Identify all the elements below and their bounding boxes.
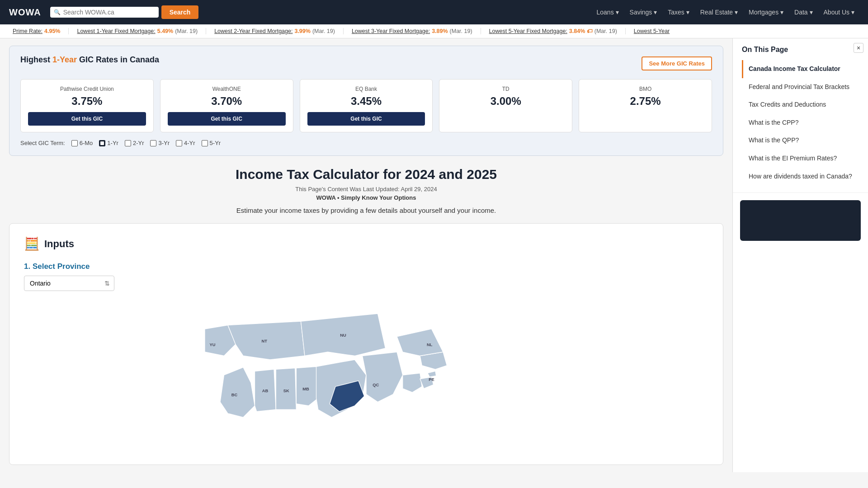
gic-term-label-0: 6-Mo <box>80 140 93 146</box>
gic-title: Highest 1-Year GIC Rates in Canada <box>20 55 159 65</box>
gic-card-name-4: BMO <box>586 86 704 92</box>
gic-card-name-2: EQ Bank <box>307 86 425 92</box>
search-button[interactable]: Search <box>161 5 199 19</box>
gic-get-button-1[interactable]: Get this GIC <box>168 112 286 126</box>
see-more-gic-button[interactable]: See More GIC Rates <box>642 56 712 70</box>
province-select-wrapper: AlbertaBritish ColumbiaManitobaNew Bruns… <box>24 276 114 291</box>
gic-terms: Select GIC Term: 6-Mo1-Yr2-Yr3-Yr4-Yr5-Y… <box>20 140 712 146</box>
ticker-item-4: Lowest 5-Year Fixed Mortgage: 3.84% 🏷(Ma… <box>481 28 626 34</box>
province-section-label: 1. Select Province <box>24 262 708 271</box>
sidebar-ad <box>740 200 861 241</box>
sidebar-nav-item-0[interactable]: Canada Income Tax Calculator <box>742 60 859 78</box>
ticker-bar: Prime Rate: 4.95%Lowest 1-Year Fixed Mor… <box>0 24 868 38</box>
gic-term-2[interactable]: 2-Yr <box>125 140 144 146</box>
gic-card-rate-3: 3.00% <box>447 95 565 108</box>
on-this-page-section: On This Page Canada Income Tax Calculato… <box>733 38 868 193</box>
province-nl-lab[interactable] <box>397 329 443 356</box>
search-form: 🔍 Search <box>50 5 199 19</box>
label-qc: QC <box>373 383 379 388</box>
ticker-item-2: Lowest 2-Year Fixed Mortgage: 3.99%(Mar.… <box>206 28 344 34</box>
ticker-item-5: Lowest 5-Year <box>626 28 679 34</box>
gic-card-rate-2: 3.45% <box>307 95 425 108</box>
label-pe: PE <box>429 377 434 382</box>
label-yu: YU <box>210 343 216 347</box>
search-input-wrapper: 🔍 <box>50 7 159 18</box>
gic-term-label-5: 5-Yr <box>210 140 221 146</box>
page-body: Highest 1-Year GIC Rates in Canada See M… <box>0 38 868 472</box>
inputs-heading-label: Inputs <box>44 238 74 250</box>
ticker-label-0[interactable]: Prime Rate: <box>13 28 42 34</box>
ticker-date-1: (Mar. 19) <box>175 28 198 34</box>
gic-card-4: BMO 2.75% <box>579 79 712 132</box>
nav-link-realestate[interactable]: Real Estate ▾ <box>696 6 742 19</box>
inputs-section: 🧮 Inputs 1. Select Province AlbertaBriti… <box>9 223 723 465</box>
gic-term-checkbox-1 <box>99 140 105 146</box>
ticker-inner: Prime Rate: 4.95%Lowest 1-Year Fixed Mor… <box>0 28 868 34</box>
gic-term-label-4: 4-Yr <box>184 140 195 146</box>
gic-term-label-2: 2-Yr <box>133 140 144 146</box>
calculator-title: Income Tax Calculator for 2024 and 2025 <box>9 167 723 182</box>
gic-card-0: Pathwise Credit Union 3.75% Get this GIC <box>20 79 154 132</box>
label-sk: SK <box>283 389 289 393</box>
province-qc[interactable] <box>363 352 403 402</box>
gic-term-1[interactable]: 1-Yr <box>99 140 118 146</box>
nav-link-mortgages[interactable]: Mortgages ▾ <box>744 6 788 19</box>
sidebar-nav-item-2[interactable]: Tax Credits and Deductions <box>742 96 859 114</box>
sidebar-nav-item-5[interactable]: What is the EI Premium Rates? <box>742 150 859 168</box>
ticker-label-3[interactable]: Lowest 3-Year Fixed Mortgage: <box>352 28 430 34</box>
province-select[interactable]: AlbertaBritish ColumbiaManitobaNew Bruns… <box>24 276 114 291</box>
gic-term-checkbox-2 <box>125 140 131 146</box>
ticker-label-5[interactable]: Lowest 5-Year <box>634 28 670 34</box>
ticker-label-4[interactable]: Lowest 5-Year Fixed Mortgage: <box>489 28 567 34</box>
navbar: WOWA 🔍 Search Loans ▾Savings ▾Taxes ▾Rea… <box>0 0 868 24</box>
gic-term-4[interactable]: 4-Yr <box>176 140 195 146</box>
search-icon: 🔍 <box>54 9 61 15</box>
gic-box: Highest 1-Year GIC Rates in Canada See M… <box>9 46 723 156</box>
calculator-header: Income Tax Calculator for 2024 and 2025 … <box>9 167 723 214</box>
search-input[interactable] <box>63 9 155 16</box>
canada-map: YU NT NU BC AB SK MB QC NL PE <box>24 298 708 452</box>
province-pe[interactable] <box>428 371 436 377</box>
gic-card-name-1: WealthONE <box>168 86 286 92</box>
province-nb[interactable] <box>403 373 422 393</box>
ticker-rate-1: 5.49% <box>157 28 173 34</box>
gic-cards: Pathwise Credit Union 3.75% Get this GIC… <box>20 79 712 132</box>
gic-term-label-3: 3-Yr <box>158 140 170 146</box>
ticker-date-3: (Mar. 19) <box>450 28 472 34</box>
brand-logo: WOWA <box>9 7 41 18</box>
province-mb[interactable] <box>296 366 318 406</box>
label-bc: BC <box>231 393 238 397</box>
gic-term-checkbox-0 <box>71 140 78 146</box>
province-bc[interactable] <box>220 367 255 418</box>
gic-term-3[interactable]: 3-Yr <box>150 140 170 146</box>
ticker-date-4: (Mar. 19) <box>594 28 617 34</box>
sidebar-nav-item-6[interactable]: How are dividends taxed in Canada? <box>742 168 859 186</box>
gic-term-5[interactable]: 5-Yr <box>202 140 221 146</box>
ticker-rate-3: 3.89% <box>432 28 448 34</box>
gic-card-2: EQ Bank 3.45% Get this GIC <box>300 79 433 132</box>
nav-link-savings[interactable]: Savings ▾ <box>625 6 662 19</box>
gic-get-button-2[interactable]: Get this GIC <box>307 112 425 126</box>
gic-card-name-0: Pathwise Credit Union <box>28 86 146 92</box>
ticker-label-1[interactable]: Lowest 1-Year Fixed Mortgage: <box>77 28 155 34</box>
gic-term-checkbox-3 <box>150 140 156 146</box>
ticker-label-2[interactable]: Lowest 2-Year Fixed Mortgage: <box>214 28 292 34</box>
gic-term-0[interactable]: 6-Mo <box>71 140 93 146</box>
nav-link-aboutus[interactable]: About Us ▾ <box>819 6 859 19</box>
gic-term-label-1: 1-Yr <box>107 140 118 146</box>
sidebar-nav-item-1[interactable]: Federal and Provincial Tax Brackets <box>742 78 859 96</box>
ticker-item-1: Lowest 1-Year Fixed Mortgage: 5.49%(Mar.… <box>69 28 206 34</box>
label-nl: NL <box>427 343 433 347</box>
ticker-rate-2: 3.99% <box>294 28 310 34</box>
gic-card-rate-0: 3.75% <box>28 95 146 108</box>
label-mb: MB <box>302 387 309 391</box>
gic-title-highlight: 1-Year <box>52 55 77 64</box>
nav-link-loans[interactable]: Loans ▾ <box>592 6 623 19</box>
nav-link-taxes[interactable]: Taxes ▾ <box>663 6 693 19</box>
sidebar-nav-item-3[interactable]: What is the CPP? <box>742 114 859 132</box>
ticker-item-0: Prime Rate: 4.95% <box>5 28 69 34</box>
gic-get-button-0[interactable]: Get this GIC <box>28 112 146 126</box>
sidebar-nav-item-4[interactable]: What is the QPP? <box>742 131 859 150</box>
nav-link-data[interactable]: Data ▾ <box>790 6 817 19</box>
sidebar-close-button[interactable]: × <box>854 43 863 53</box>
